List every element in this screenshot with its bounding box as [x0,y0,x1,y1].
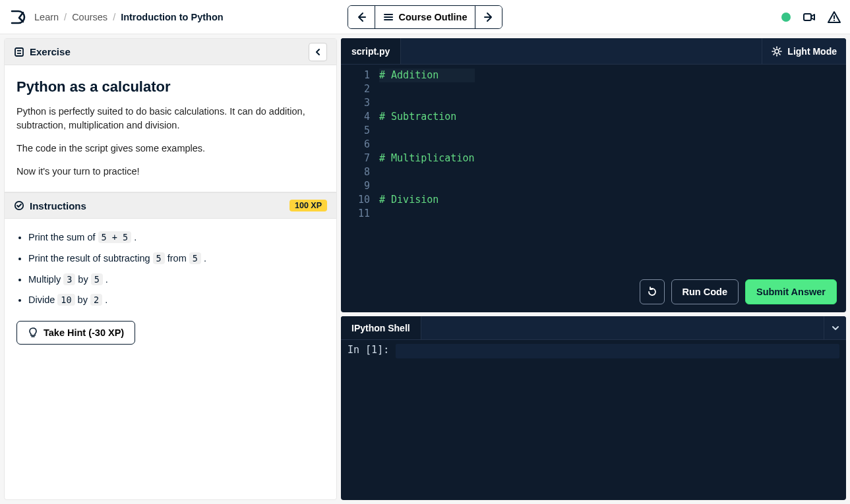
logo[interactable] [9,8,28,26]
code-area[interactable]: 1234567891011 # Addition# Subtraction# M… [341,65,846,312]
exercise-body: Python as a calculator Python is perfect… [5,65,336,192]
exercise-paragraph: Python is perfectly suited to do basic c… [16,105,324,132]
course-outline-label: Course Outline [399,12,468,22]
xp-badge: 100 XP [289,200,327,211]
light-mode-label: Light Mode [787,46,837,57]
instructions-list: Print the sum of 5 + 5 .Print the result… [16,231,324,308]
course-outline-button[interactable]: Course Outline [375,6,475,28]
exercise-paragraph: The code in the script gives some exampl… [16,142,324,155]
inline-code: 5 [189,252,201,264]
shell-prompt: In [1]: [348,344,389,496]
chevron-down-icon [831,323,840,333]
line-gutter: 1234567891011 [341,65,379,225]
collapse-left-button[interactable] [309,43,327,61]
code-editor: script.py Light Mode 1234567891011 # Add… [341,38,846,312]
next-page-button[interactable] [475,6,502,28]
exercise-title: Python as a calculator [16,78,324,96]
shell-input[interactable] [396,344,839,358]
inline-code: 5 [91,273,103,285]
breadcrumb-sep: / [64,12,67,22]
breadcrumb-current: Introduction to Python [121,12,223,22]
svg-rect-3 [15,48,23,56]
take-hint-button[interactable]: Take Hint (-30 XP) [16,321,135,345]
ipython-shell: IPython Shell In [1]: [341,316,846,500]
exercise-icon [14,47,24,57]
light-mode-toggle[interactable]: Light Mode [762,38,846,64]
check-circle-icon [14,200,24,211]
connection-status-dot [781,13,791,22]
inline-code: 5 + 5 [98,231,132,243]
inline-code: 2 [90,294,102,306]
inline-code: 10 [57,294,75,306]
instruction-item: Print the sum of 5 + 5 . [28,231,324,245]
exercise-section-label: Exercise [30,46,71,57]
instruction-item: Multiply 3 by 5 . [28,273,324,287]
instruction-item: Divide 10 by 2 . [28,293,324,308]
inline-code: 3 [63,273,75,285]
chevron-left-icon [314,48,322,56]
shell-collapse-button[interactable] [824,316,846,339]
svg-line-15 [774,53,774,54]
submit-answer-button[interactable]: Submit Answer [745,279,837,304]
svg-line-16 [779,48,780,49]
video-icon[interactable] [803,11,816,24]
breadcrumb-courses[interactable]: Courses [72,12,107,22]
svg-line-13 [774,48,774,49]
reset-icon [646,286,658,298]
svg-point-2 [834,19,835,20]
svg-point-8 [775,49,779,53]
code-content[interactable]: # Addition# Subtraction# Multiplication#… [379,65,475,225]
hint-label: Take Hint (-30 XP) [44,327,124,338]
left-panel: Exercise Python as a calculator Python i… [4,38,337,500]
inline-code: 5 [153,252,165,264]
instruction-item: Print the result of subtracting 5 from 5… [28,252,324,266]
reset-code-button[interactable] [640,279,665,304]
shell-tab[interactable]: IPython Shell [341,316,421,339]
instructions-section-label: Instructions [30,200,86,211]
instructions-body: Print the sum of 5 + 5 .Print the result… [5,219,336,356]
sun-icon [772,46,782,57]
course-nav: Course Outline [348,5,503,29]
breadcrumb: Learn / Courses / Introduction to Python [34,12,224,22]
exercise-header: Exercise [5,39,336,65]
bulb-icon [28,327,38,338]
top-bar: Learn / Courses / Introduction to Python… [0,0,850,34]
run-code-button[interactable]: Run Code [671,279,739,304]
breadcrumb-learn[interactable]: Learn [34,12,59,22]
exercise-paragraph: Now it's your turn to practice! [16,165,324,179]
prev-page-button[interactable] [348,6,375,28]
instructions-header: Instructions 100 XP [5,192,336,219]
svg-rect-0 [804,14,811,20]
report-issue-icon[interactable] [828,11,841,24]
menu-icon [383,12,394,22]
editor-tab-script[interactable]: script.py [341,38,401,64]
breadcrumb-sep: / [113,12,115,22]
svg-line-14 [779,53,780,54]
